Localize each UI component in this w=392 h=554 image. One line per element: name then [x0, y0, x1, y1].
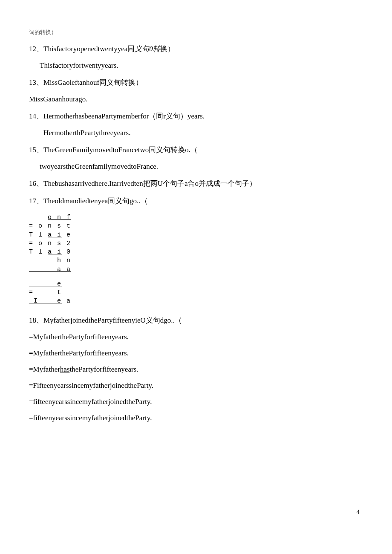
- q17-line-4: = o n s 2: [29, 239, 363, 248]
- q17-line-5: T l a i 0: [29, 248, 363, 257]
- q15-answer: twoyearstheGreenfamilymovedtoFrance.: [29, 162, 363, 171]
- q17-line-7: a a: [29, 265, 363, 274]
- question-16: 16、Thebushasarrivedhere.Itarrivedten把两U个…: [29, 179, 363, 188]
- q12-note-ital2: 0转: [149, 45, 160, 53]
- q13-answer: MissGaoanhourago.: [29, 95, 363, 104]
- page-number: 4: [357, 508, 360, 516]
- q17-line-9: = t: [29, 289, 363, 297]
- q12-text: 12、Thisfactoryopenedtwentyyea: [29, 45, 127, 53]
- q18-answer-6: =fifteenyearssincemyfatherjoinedtheParty…: [29, 414, 363, 422]
- q17-line-1: o n f: [29, 214, 363, 222]
- document-page: 词的转换） 12、Thisfactoryopenedtwentyyea同义句0转…: [0, 0, 392, 554]
- q12-note-ital1: 义句: [135, 45, 149, 53]
- q18-answer-2: =MyfatherthePartyforfifteenyears.: [29, 349, 363, 358]
- q18-answer-4: =FifteenyearssincemyfatherjoinedtheParty…: [29, 381, 363, 390]
- q17-code-block: o n f = o n s t T l a i e = o n s 2 T l …: [29, 214, 363, 306]
- q17-line-6: h n: [29, 257, 363, 265]
- q12-note-pre: 同: [127, 45, 135, 53]
- header-note: 词的转换）: [29, 29, 363, 36]
- question-14: 14、HermotherhasbeenaPartymemberfor（同r义句）…: [29, 111, 363, 121]
- q12-note-post: 换）: [160, 45, 175, 53]
- q18-answer-5: =fifteenyearssincemyfatherjoinedtheParty…: [29, 398, 363, 406]
- question-12: 12、Thisfactoryopenedtwentyyea同义句0转换）: [29, 44, 363, 54]
- q17-line-10: I e a: [29, 297, 363, 306]
- q18-answer-3: =MyfatherhasthePartyforfifteenyears.: [29, 365, 363, 374]
- question-15: 15、TheGreenFamilymovedtoFrancetwo同义句转换o.…: [29, 145, 363, 155]
- q17-line-8: e: [29, 280, 363, 289]
- q18-answer-1: =MyfatherthePartyforfifteenyears.: [29, 333, 363, 341]
- question-18: 18、MyfatherjoinedthePartyfifteenyieO义句dg…: [29, 315, 363, 325]
- q17-line-2: = o n s t: [29, 222, 363, 231]
- q14-answer: HermotherthPeartythreeyears.: [29, 129, 363, 137]
- question-13: 13、MissGaoleftanhouf同义甸转换）: [29, 78, 363, 87]
- question-17: 17、Theoldmandiedtenyea同义句go..（: [29, 196, 363, 206]
- q17-line-3: T l a i e: [29, 231, 363, 239]
- q12-answer: Thisfactoryfortwentyyears.: [29, 61, 363, 70]
